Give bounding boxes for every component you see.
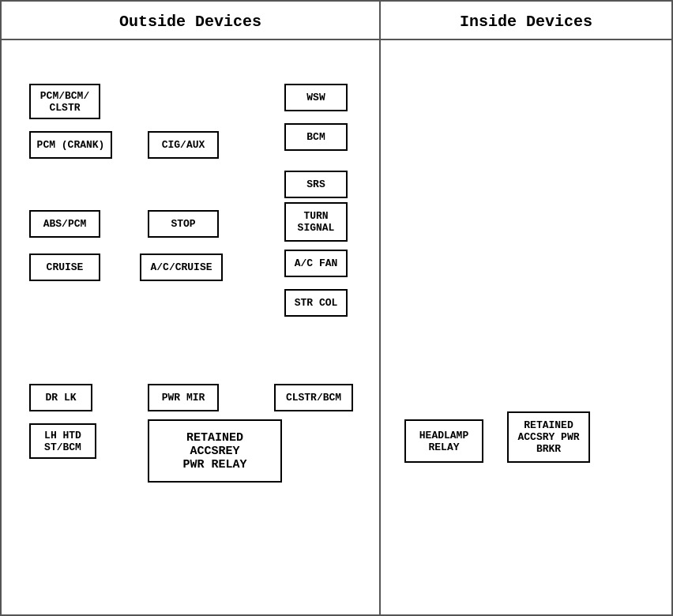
retained-accsry-pwr: RETAINED ACCSRY PWR BRKR: [507, 411, 590, 463]
pwr-mir: PWR MIR: [148, 384, 219, 411]
bcm: BCM: [284, 123, 348, 151]
inside-section: HEADLAMP RELAYRETAINED ACCSRY PWR BRKR: [381, 40, 671, 614]
inside-header: Inside Devices: [381, 2, 671, 39]
srs: SRS: [284, 171, 348, 198]
retained-accsrey: RETAINED ACCSREY PWR RELAY: [148, 419, 282, 483]
dr-lk: DR LK: [29, 384, 92, 411]
headlamp-relay: HEADLAMP RELAY: [404, 419, 483, 463]
ac-cruise: A/C/CRUISE: [140, 254, 223, 281]
wsw: WSW: [284, 84, 348, 111]
outside-header: Outside Devices: [2, 2, 381, 39]
cruise: CRUISE: [29, 254, 100, 281]
lh-htd: LH HTD ST/BCM: [29, 423, 96, 459]
main-container: Outside Devices Inside Devices PCM/BCM/ …: [0, 0, 673, 616]
stop: STOP: [148, 210, 219, 238]
pcm-bcm-clstr: PCM/BCM/ CLSTR: [29, 84, 100, 119]
clstr-bcm: CLSTR/BCM: [274, 384, 353, 411]
abs-pcm: ABS/PCM: [29, 210, 100, 238]
outside-section: PCM/BCM/ CLSTRPCM (CRANK)CIG/AUXWSWBCMSR…: [2, 40, 381, 614]
cig-aux: CIG/AUX: [148, 131, 219, 159]
str-col: STR COL: [284, 289, 348, 317]
turn-signal: TURN SIGNAL: [284, 202, 348, 242]
section-headers: Outside Devices Inside Devices: [2, 2, 671, 40]
content-area: PCM/BCM/ CLSTRPCM (CRANK)CIG/AUXWSWBCMSR…: [2, 40, 671, 614]
ac-fan: A/C FAN: [284, 250, 348, 277]
pcm-crank: PCM (CRANK): [29, 131, 112, 159]
